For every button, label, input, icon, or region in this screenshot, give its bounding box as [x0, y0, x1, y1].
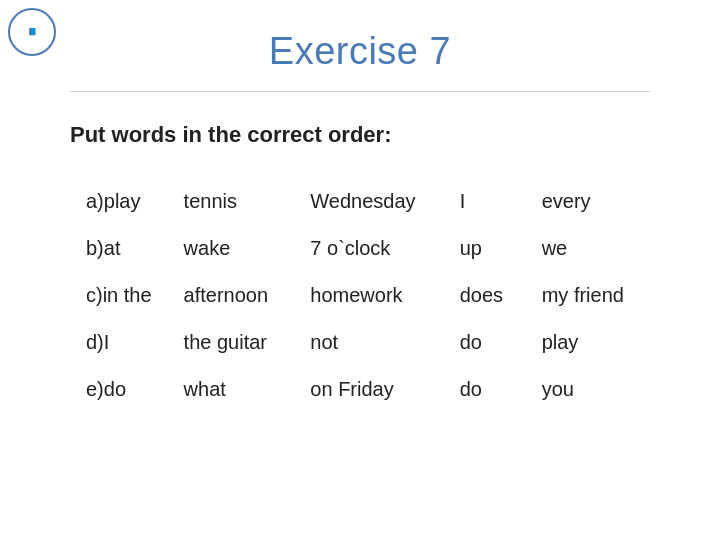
cell-c-1: c)in the	[70, 274, 168, 317]
cell-e-3: on Friday	[294, 368, 443, 411]
cell-d-2: the guitar	[168, 321, 295, 364]
cell-d-1: d)I	[70, 321, 168, 364]
cell-c-4: does	[444, 274, 526, 317]
cell-e-2: what	[168, 368, 295, 411]
cell-d-4: do	[444, 321, 526, 364]
cell-c-2: afternoon	[168, 274, 295, 317]
cell-a-4: I	[444, 180, 526, 223]
cell-e-4: do	[444, 368, 526, 411]
logo-image: 📘	[28, 28, 37, 36]
table-row: d)Ithe guitarnotdoplay	[70, 321, 650, 364]
cell-e-5: you	[526, 368, 650, 411]
table-row: e)dowhaton Fridaydoyou	[70, 368, 650, 411]
cell-a-2: tennis	[168, 180, 295, 223]
cell-e-1: e)do	[70, 368, 168, 411]
page-title: Exercise 7	[70, 30, 650, 73]
main-content: Exercise 7 Put words in the correct orde…	[0, 0, 720, 445]
cell-b-3: 7 o`clock	[294, 227, 443, 270]
logo: 📘	[8, 8, 56, 56]
cell-b-4: up	[444, 227, 526, 270]
cell-c-3: homework	[294, 274, 443, 317]
table-row: c)in theafternoonhomeworkdoesmy friend	[70, 274, 650, 317]
cell-a-5: every	[526, 180, 650, 223]
cell-b-2: wake	[168, 227, 295, 270]
cell-b-5: we	[526, 227, 650, 270]
cell-a-3: Wednesday	[294, 180, 443, 223]
instruction-text: Put words in the correct order:	[70, 122, 650, 148]
table-row: a)playtennisWednesdayIevery	[70, 180, 650, 223]
cell-c-5: my friend	[526, 274, 650, 317]
title-divider	[70, 91, 650, 92]
cell-d-5: play	[526, 321, 650, 364]
cell-a-1: a)play	[70, 180, 168, 223]
cell-b-1: b)at	[70, 227, 168, 270]
table-row: b)atwake7 o`clockupwe	[70, 227, 650, 270]
logo-circle: 📘	[8, 8, 56, 56]
exercise-table: a)playtennisWednesdayIeveryb)atwake7 o`c…	[70, 176, 650, 415]
cell-d-3: not	[294, 321, 443, 364]
